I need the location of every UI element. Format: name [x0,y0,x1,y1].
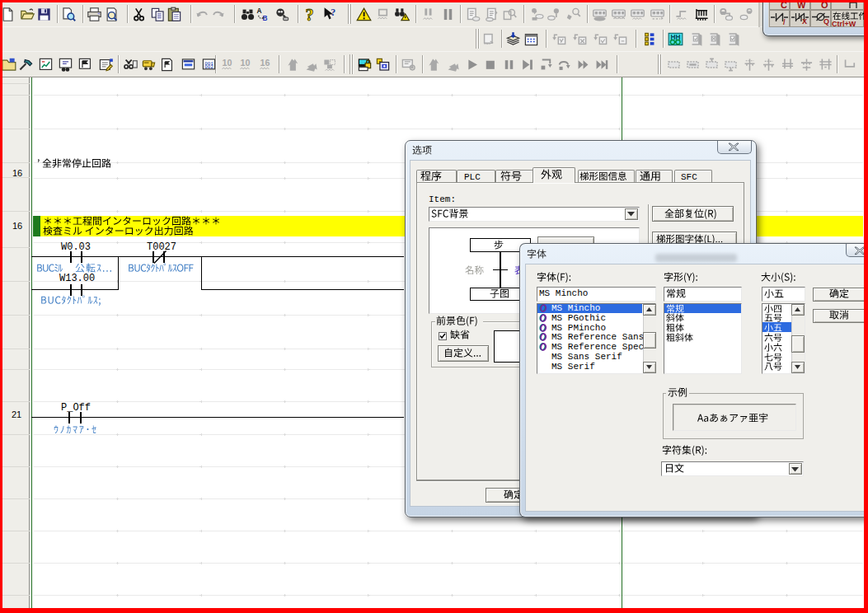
svg-text:?: ? [305,7,313,22]
svg-text:A: A [256,7,261,15]
svg-text:HH: HH [671,33,681,41]
svg-text:?: ? [331,7,335,18]
svg-text:10: 10 [241,58,251,68]
svg-text:10: 10 [223,58,232,68]
svg-text:002: 002 [204,64,213,70]
svg-text:16: 16 [260,58,270,68]
